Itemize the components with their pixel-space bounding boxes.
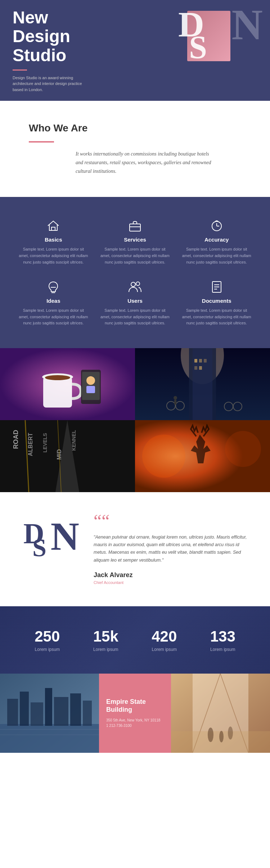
coffee-illustration bbox=[0, 348, 135, 420]
building-info: Empire State Building 350 5th Ave, New Y… bbox=[99, 674, 171, 753]
svg-point-10 bbox=[131, 282, 135, 287]
stat-250: 250 Lorem ipsum bbox=[35, 628, 60, 652]
road-illustration: ROAD ALBERT LEVELS MID KENNEL bbox=[0, 420, 135, 492]
services-section: Basics Sample text. Lorem ipsum dolor si… bbox=[0, 197, 270, 348]
svg-text:ROAD: ROAD bbox=[12, 430, 19, 449]
service-services-desc: Sample text. Lorem ipsum dolor sit amet,… bbox=[100, 246, 171, 265]
stat-label-15k: Lorem ipsum bbox=[93, 647, 118, 652]
services-grid: Basics Sample text. Lorem ipsum dolor si… bbox=[18, 219, 252, 327]
gallery-road: ROAD ALBERT LEVELS MID KENNEL bbox=[0, 420, 135, 492]
service-ideas-name: Ideas bbox=[18, 298, 89, 304]
service-basics-desc: Sample text. Lorem ipsum dolor sit amet,… bbox=[18, 246, 89, 265]
logo-s: S bbox=[189, 29, 207, 66]
testimonial-section: D S N ““ "Aenean pulvinar dui ornare, fe… bbox=[0, 492, 270, 606]
stat-133: 133 Lorem ipsum bbox=[210, 628, 235, 652]
svg-point-50 bbox=[225, 431, 261, 467]
service-accuracy: Accuracy Sample text. Lorem ipsum dolor … bbox=[181, 219, 252, 265]
hero-subtitle: Design Studio is an award winning archit… bbox=[13, 75, 85, 93]
hero-title: New Design Studio bbox=[13, 8, 85, 65]
stats-section: 250 Lorem ipsum 15k Lorem ipsum 420 Lore… bbox=[0, 606, 270, 674]
svg-point-67 bbox=[208, 728, 213, 742]
quote-name: Jack Alvarez bbox=[94, 571, 252, 579]
test-logo-n: N bbox=[51, 514, 79, 559]
cityscape-illustration bbox=[0, 674, 99, 753]
svg-rect-56 bbox=[45, 688, 52, 726]
svg-rect-59 bbox=[83, 701, 92, 726]
svg-rect-29 bbox=[199, 359, 202, 363]
building-right-image bbox=[171, 674, 270, 753]
gallery-coffee bbox=[0, 348, 135, 420]
service-ideas: Ideas Sample text. Lorem ipsum dolor sit… bbox=[18, 280, 89, 327]
who-we-are-section: Who We Are It works internationally on c… bbox=[0, 101, 270, 197]
service-services-name: Services bbox=[100, 237, 171, 243]
svg-rect-23 bbox=[86, 386, 95, 393]
testimonial-logo: D S N bbox=[18, 514, 76, 571]
stat-number-133: 133 bbox=[210, 628, 235, 645]
home-icon bbox=[46, 219, 60, 233]
quote-role: Chief Accountant bbox=[94, 580, 252, 585]
svg-rect-58 bbox=[70, 693, 81, 726]
stat-label-420: Lorem ipsum bbox=[152, 647, 177, 652]
svg-text:ALBERT: ALBERT bbox=[27, 433, 33, 456]
service-users-desc: Sample text. Lorem ipsum dolor sit amet,… bbox=[100, 307, 171, 327]
svg-point-49 bbox=[142, 435, 185, 478]
svg-rect-52 bbox=[0, 724, 99, 753]
gallery-mural bbox=[135, 420, 270, 492]
building-name: Empire State Building bbox=[106, 698, 164, 714]
svg-text:KENNEL: KENNEL bbox=[71, 430, 77, 451]
svg-point-68 bbox=[228, 727, 233, 739]
svg-rect-30 bbox=[204, 359, 207, 363]
stat-420: 420 Lorem ipsum bbox=[152, 628, 177, 652]
service-documents-name: Documents bbox=[181, 298, 252, 304]
svg-rect-31 bbox=[194, 366, 197, 370]
service-documents: Documents Sample text. Lorem ipsum dolor… bbox=[181, 280, 252, 327]
test-logo-s: S bbox=[32, 534, 46, 562]
lightbulb-icon bbox=[46, 280, 60, 294]
svg-rect-0 bbox=[51, 227, 55, 230]
stat-number-15k: 15k bbox=[93, 628, 118, 645]
gallery-section: ROAD ALBERT LEVELS MID KENNEL bbox=[0, 348, 270, 492]
hero-divider bbox=[13, 69, 27, 71]
svg-point-37 bbox=[174, 396, 177, 400]
quote-text: "Aenean pulvinar dui ornare, feugiat lor… bbox=[94, 534, 252, 564]
gallery-building bbox=[135, 348, 270, 420]
service-basics-name: Basics bbox=[18, 237, 89, 243]
stat-number-250: 250 bbox=[35, 628, 60, 645]
svg-rect-54 bbox=[20, 692, 29, 726]
users-icon bbox=[128, 280, 142, 294]
svg-rect-53 bbox=[7, 699, 18, 726]
service-accuracy-name: Accuracy bbox=[181, 237, 252, 243]
logo-n: N bbox=[231, 0, 263, 50]
svg-point-11 bbox=[136, 282, 140, 285]
document-icon bbox=[210, 280, 224, 294]
hero-content: New Design Studio Design Studio is an aw… bbox=[0, 0, 97, 101]
who-description: It works internationally on commissions … bbox=[76, 150, 212, 175]
briefcase-icon bbox=[128, 219, 142, 233]
building-section: Empire State Building 350 5th Ave, New Y… bbox=[0, 674, 270, 753]
service-accuracy-desc: Sample text. Lorem ipsum dolor sit amet,… bbox=[181, 246, 252, 265]
stat-label-250: Lorem ipsum bbox=[35, 647, 60, 652]
interior-illustration bbox=[171, 674, 270, 753]
svg-rect-57 bbox=[54, 697, 68, 726]
stat-number-420: 420 bbox=[152, 628, 177, 645]
clock-icon bbox=[210, 219, 224, 233]
mural-illustration bbox=[135, 420, 270, 492]
quote-icon: ““ bbox=[94, 514, 252, 528]
svg-rect-1 bbox=[130, 224, 140, 231]
svg-rect-55 bbox=[31, 702, 43, 726]
svg-text:LEVELS: LEVELS bbox=[42, 433, 48, 452]
hero-logo: D S N bbox=[176, 4, 241, 76]
building-address: 350 5th Ave, New York, NY 10118 1 212-73… bbox=[106, 718, 164, 728]
svg-rect-38 bbox=[174, 400, 176, 405]
hero-section: New Design Studio Design Studio is an aw… bbox=[0, 0, 270, 101]
svg-rect-17 bbox=[43, 377, 72, 408]
svg-point-22 bbox=[86, 376, 95, 385]
who-divider bbox=[29, 141, 54, 143]
svg-rect-28 bbox=[194, 359, 197, 363]
building-illustration bbox=[135, 348, 270, 420]
building-left-image bbox=[0, 674, 99, 753]
service-ideas-desc: Sample text. Lorem ipsum dolor sit amet,… bbox=[18, 307, 89, 327]
service-users-name: Users bbox=[100, 298, 171, 304]
service-users: Users Sample text. Lorem ipsum dolor sit… bbox=[100, 280, 171, 327]
service-documents-desc: Sample text. Lorem ipsum dolor sit amet,… bbox=[181, 307, 252, 327]
